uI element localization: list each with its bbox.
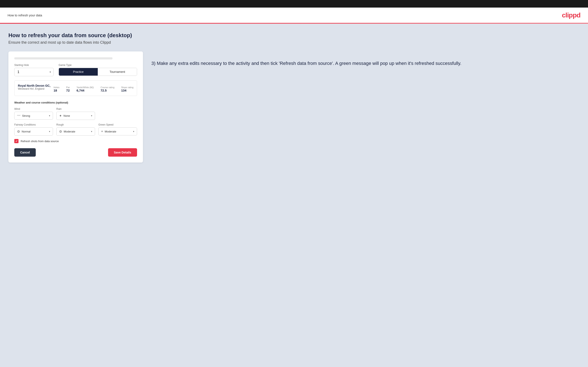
refresh-checkbox-label: Refresh shots from data source <box>21 140 59 143</box>
yards-value: 6,744 <box>77 89 85 92</box>
green-speed-select[interactable]: ⌖ Moderate ▾ <box>98 127 137 135</box>
page-subheading: Ensure the correct and most up to date d… <box>9 40 579 45</box>
course-rating-label: Course rating <box>101 86 114 89</box>
save-button[interactable]: Save Details <box>108 148 137 157</box>
green-speed-icon: ⌖ <box>101 130 103 133</box>
game-type-group: Game Type Practice Tournament <box>59 64 137 76</box>
chevron-down-icon: ▾ <box>49 114 50 117</box>
wind-label: Wind <box>14 108 53 110</box>
rain-label: Rain <box>56 108 95 110</box>
conditions-row-1: Wind 〰 Strong ▾ Rain ✦ None ▾ <box>14 108 137 120</box>
slope-rating-value: 134 <box>121 89 126 92</box>
stat-par: Par 72 <box>66 86 70 92</box>
starting-hole-select[interactable]: 1 ▾ <box>14 68 54 76</box>
course-table: Royal North Devon GC, Westward Ho!, Engl… <box>14 80 137 96</box>
stat-slope-rating: Slope rating 134 <box>121 86 133 92</box>
rain-value: None <box>63 114 89 117</box>
starting-hole-group: Starting Hole 1 ▾ <box>14 64 54 76</box>
chevron-down-icon: ▾ <box>91 114 92 117</box>
rough-value: Moderate <box>64 130 89 133</box>
main-content: How to refresh your data from source (de… <box>0 24 588 367</box>
page-heading: How to refresh your data from source (de… <box>9 32 579 39</box>
header: How to refresh your data clippd <box>0 8 588 23</box>
form-row-top: Starting Hole 1 ▾ Game Type Practice Tou… <box>14 64 137 76</box>
chevron-down-icon: ▾ <box>50 71 51 74</box>
green-speed-value: Moderate <box>105 130 131 133</box>
rough-select[interactable]: ⚙ Moderate ▾ <box>56 127 95 136</box>
stat-yards: Yards/White (M)) 6,744 <box>77 86 94 92</box>
course-rating-value: 72.5 <box>101 89 107 92</box>
refresh-checkbox[interactable] <box>14 139 18 143</box>
rain-group: Rain ✦ None ▾ <box>56 108 95 120</box>
wind-group: Wind 〰 Strong ▾ <box>14 108 53 120</box>
sidebar-text: 3) Make any extra edits necessary to the… <box>151 51 579 67</box>
yards-label: Yards/White (M)) <box>77 86 94 89</box>
fairway-value: Normal <box>22 130 47 133</box>
top-bar <box>0 0 588 8</box>
sidebar-paragraph: 3) Make any extra edits necessary to the… <box>151 60 579 67</box>
game-type-buttons: Practice Tournament <box>59 68 137 76</box>
green-speed-group: Green Speed ⌖ Moderate ▾ <box>98 123 137 136</box>
form-card: Starting Hole 1 ▾ Game Type Practice Tou… <box>9 51 143 163</box>
chevron-down-icon: ▾ <box>49 130 50 133</box>
logo: clippd <box>562 11 580 19</box>
holes-value: 18 <box>54 89 57 92</box>
chevron-down-icon: ▾ <box>91 130 92 133</box>
wind-value: Strong <box>22 114 47 117</box>
cancel-button[interactable]: Cancel <box>14 148 36 157</box>
course-info: Royal North Devon GC, Westward Ho!, Engl… <box>18 84 51 90</box>
header-title: How to refresh your data <box>8 13 42 17</box>
fairway-select[interactable]: ⚙ Normal ▾ <box>14 127 53 136</box>
par-value: 72 <box>66 89 70 92</box>
holes-label: Holes <box>54 86 60 89</box>
rough-label: Rough <box>56 123 95 126</box>
chevron-down-icon: ▾ <box>133 130 134 133</box>
rain-select[interactable]: ✦ None ▾ <box>56 112 95 120</box>
refresh-checkbox-row: Refresh shots from data source <box>14 139 137 143</box>
starting-hole-label: Starting Hole <box>14 64 54 67</box>
green-speed-label: Green Speed <box>98 123 137 126</box>
course-name: Royal North Devon GC, <box>18 84 51 87</box>
tournament-button[interactable]: Tournament <box>98 68 137 75</box>
rough-group: Rough ⚙ Moderate ▾ <box>56 123 95 136</box>
button-row: Cancel Save Details <box>14 148 137 157</box>
rough-icon: ⚙ <box>59 130 62 133</box>
wind-select[interactable]: 〰 Strong ▾ <box>14 112 53 120</box>
practice-button[interactable]: Practice <box>59 68 98 75</box>
fairway-label: Fairway Conditions <box>14 123 53 126</box>
game-type-label: Game Type <box>59 64 137 67</box>
course-stats: Holes 18 Par 72 Yards/White (M)) 6,744 <box>54 86 133 92</box>
starting-hole-value: 1 <box>17 70 19 74</box>
course-location: Westward Ho!, England <box>18 87 51 90</box>
slope-rating-label: Slope rating <box>121 86 133 89</box>
fairway-group: Fairway Conditions ⚙ Normal ▾ <box>14 123 53 136</box>
card-top-hint <box>14 57 112 59</box>
wind-icon: 〰 <box>17 114 20 117</box>
empty-group <box>98 108 137 120</box>
conditions-title: Weather and course conditions (optional) <box>14 101 137 104</box>
par-label: Par <box>66 86 70 89</box>
fairway-icon: ⚙ <box>17 130 20 133</box>
stat-holes: Holes 18 <box>54 86 60 92</box>
rain-icon: ✦ <box>59 114 62 118</box>
conditions-row-2: Fairway Conditions ⚙ Normal ▾ Rough ⚙ Mo… <box>14 123 137 136</box>
content-row: Starting Hole 1 ▾ Game Type Practice Tou… <box>9 51 579 163</box>
stat-course-rating: Course rating 72.5 <box>101 86 114 92</box>
